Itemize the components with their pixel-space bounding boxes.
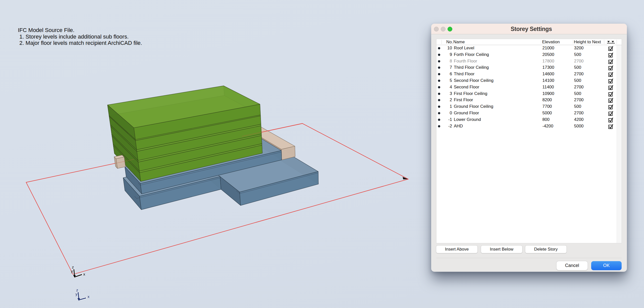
svg-text:y: y [71,269,73,273]
svg-text:y: y [75,292,77,296]
svg-text:z: z [76,288,78,292]
svg-text:z: z [72,265,74,269]
svg-text:x: x [88,294,90,299]
svg-text:x: x [83,272,85,276]
